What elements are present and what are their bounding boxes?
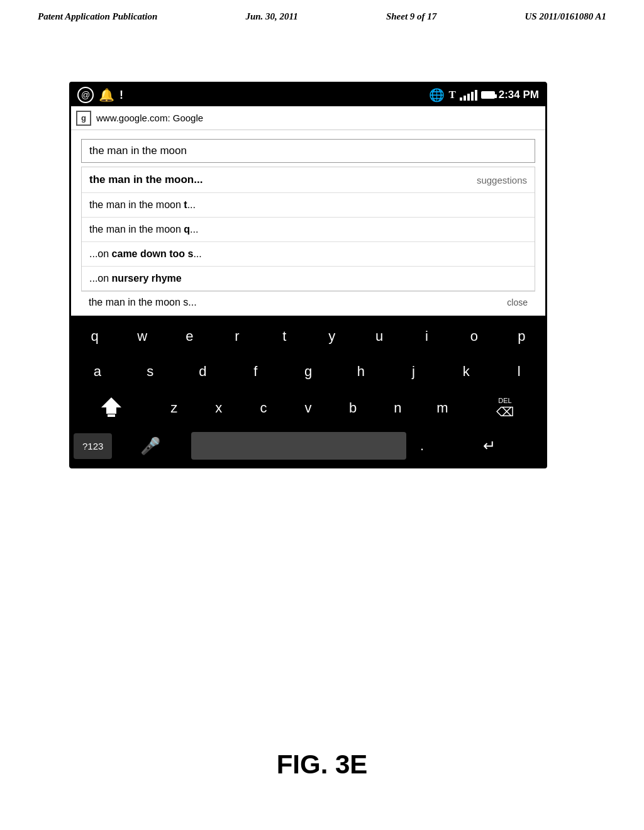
svg-marker-0 [101, 397, 121, 414]
figure-caption: FIG. 3E [0, 750, 644, 780]
key-q[interactable]: q [71, 319, 118, 353]
key-e[interactable]: e [166, 319, 213, 353]
sheet-label: Sheet 9 of 17 [386, 11, 436, 22]
key-o[interactable]: o [450, 319, 497, 353]
svg-rect-1 [108, 414, 115, 417]
search-input-value: the man in the moon [89, 145, 187, 157]
patent-header: Patent Application Publication Jun. 30, … [0, 0, 644, 28]
key-w[interactable]: w [118, 319, 165, 353]
key-h[interactable]: h [335, 355, 387, 389]
num-key[interactable]: ?123 [74, 433, 112, 459]
space-key[interactable] [191, 432, 406, 460]
url-bar[interactable]: g www.google.com: Google [71, 106, 545, 130]
key-i[interactable]: i [403, 319, 450, 353]
bold-came: came down too s [112, 248, 194, 259]
key-d[interactable]: d [177, 355, 230, 389]
key-y[interactable]: y [308, 319, 355, 353]
key-u[interactable]: u [355, 319, 402, 353]
shift-key[interactable] [71, 390, 152, 426]
key-x[interactable]: x [196, 391, 241, 425]
status-icons-left: @ 🔔 ! [77, 87, 123, 103]
keyboard-row-1: q w e r t y u i o p [71, 319, 545, 353]
keyboard: q w e r t y u i o p a s d f g h j k l [71, 316, 545, 467]
key-s[interactable]: s [124, 355, 177, 389]
key-j[interactable]: j [387, 355, 440, 389]
exclaim-icon: ! [119, 89, 123, 102]
time-display: 2:34 PM [499, 89, 539, 101]
suggestion-first-row[interactable]: the man in the moon... suggestions [82, 167, 535, 193]
url-text: www.google.com: Google [96, 113, 203, 123]
keyboard-row-2: a s d f g h j k l [71, 355, 545, 389]
battery-icon [481, 91, 495, 99]
at-icon: @ [77, 87, 94, 103]
mic-key[interactable]: 🎤 [114, 431, 186, 461]
key-b[interactable]: b [331, 391, 375, 425]
phone-icon: 🔔 [99, 87, 114, 102]
search-input-box[interactable]: the man in the moon [81, 139, 535, 163]
suggestions-container: the man in the moon... suggestions the m… [81, 167, 535, 291]
suggestion-item-2[interactable]: the man in the moon q... [82, 218, 535, 242]
key-r[interactable]: r [213, 319, 260, 353]
key-k[interactable]: k [440, 355, 492, 389]
patent-number: US 2011/0161080 A1 [525, 11, 606, 22]
period-key[interactable]: . [411, 430, 433, 462]
phone-mockup: @ 🔔 ! 🌐 T 2:34 PM g [69, 82, 547, 468]
del-label: DEL [465, 397, 545, 404]
key-c[interactable]: c [241, 391, 286, 425]
key-z[interactable]: z [152, 391, 196, 425]
key-a[interactable]: a [71, 355, 124, 389]
key-l[interactable]: l [492, 355, 545, 389]
suggestion-item-4[interactable]: ...on nursery rhyme [82, 267, 535, 290]
keyboard-row-3: z x c v b n m DEL ⌫ [71, 390, 545, 426]
key-t[interactable]: t [261, 319, 308, 353]
suggestion-item-1[interactable]: the man in the moon t... [82, 193, 535, 218]
status-bar: @ 🔔 ! 🌐 T 2:34 PM [71, 84, 545, 106]
suggestion-partial-row: the man in the moon s... close [81, 291, 535, 313]
publication-label: Patent Application Publication [38, 11, 157, 22]
search-area: the man in the moon [71, 130, 545, 167]
status-icons-right: 🌐 T 2:34 PM [429, 87, 539, 102]
t-icon: T [448, 89, 455, 101]
suggestion-item-3[interactable]: ...on came down too s... [82, 242, 535, 267]
key-f[interactable]: f [229, 355, 282, 389]
date-label: Jun. 30, 2011 [245, 11, 297, 22]
key-n[interactable]: n [375, 391, 420, 425]
bold-t: t [184, 199, 187, 210]
close-link[interactable]: close [507, 297, 528, 307]
enter-key[interactable]: ↵ [435, 431, 543, 461]
suggestion-partial-text: the man in the moon s... [89, 297, 197, 308]
del-icon: ⌫ [465, 404, 545, 419]
signal-icon [460, 89, 477, 101]
keyboard-bottom-row: ?123 🎤 . ↵ [71, 428, 545, 464]
google-icon: g [76, 111, 91, 126]
suggestion-first-text: the man in the moon... [89, 174, 203, 186]
key-m[interactable]: m [420, 391, 465, 425]
bold-nursery: nursery rhyme [112, 273, 182, 284]
suggestions-label: suggestions [477, 175, 527, 185]
globe-icon: 🌐 [429, 87, 445, 102]
delete-key[interactable]: DEL ⌫ [465, 391, 545, 426]
key-g[interactable]: g [282, 355, 335, 389]
bold-q: q [184, 224, 190, 235]
key-v[interactable]: v [286, 391, 330, 425]
key-p[interactable]: p [498, 319, 545, 353]
